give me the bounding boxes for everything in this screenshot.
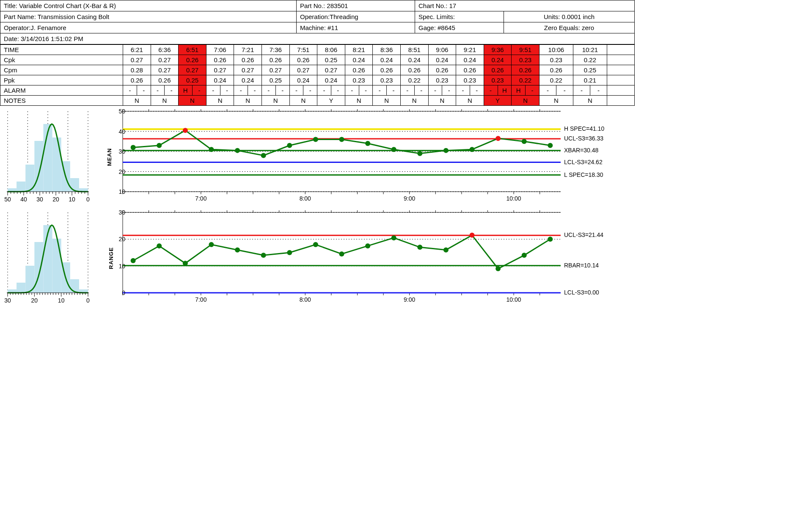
svg-point-189 — [131, 258, 136, 263]
table-cell: 0.21 — [573, 75, 607, 85]
chart-line-label: LCL-S3=24.62 — [564, 159, 603, 165]
svg-point-200 — [417, 245, 422, 250]
table-cell: 0.24 — [400, 55, 428, 65]
histogram-mean: 01020304050 — [3, 109, 94, 204]
x-tick: 8:00 — [300, 195, 311, 202]
svg-point-91 — [287, 143, 292, 148]
table-cell: 0.22 — [539, 75, 573, 85]
svg-point-198 — [365, 243, 370, 248]
table-cell: -- — [400, 85, 428, 96]
y-tick: 50 — [118, 108, 125, 115]
x-tick: 10:00 — [506, 195, 521, 202]
table-cell: 0.27 — [179, 65, 206, 75]
table-cell: -- — [206, 85, 234, 96]
table-cell: 0.26 — [179, 55, 206, 65]
chart-line-label: UCL-S3=36.33 — [564, 135, 603, 142]
table-cell: 0.27 — [234, 65, 262, 75]
svg-point-89 — [235, 148, 240, 153]
table-cell: 0.26 — [539, 65, 573, 75]
histo-tick: 30 — [4, 297, 11, 304]
svg-point-191 — [183, 261, 188, 266]
table-cell: 0.25 — [573, 65, 607, 75]
table-cell: 0.26 — [456, 65, 484, 75]
table-cell: 0.28 — [123, 65, 151, 75]
svg-point-195 — [287, 250, 292, 255]
row-label: Cpm — [0, 65, 123, 75]
svg-point-193 — [235, 248, 240, 253]
svg-point-192 — [209, 242, 214, 247]
table-cell: -- — [234, 85, 262, 96]
table-cell: 0.26 — [234, 55, 262, 65]
table-cell: 7:21 — [234, 45, 262, 55]
table-cell: -- — [289, 85, 317, 96]
table-cell: 0.26 — [123, 75, 151, 85]
svg-rect-108 — [70, 279, 79, 293]
table-cell: -- — [573, 85, 607, 96]
table-cell: 0.27 — [206, 65, 234, 75]
table-cell: 0.24 — [456, 55, 484, 65]
row-label: ALARM — [0, 85, 123, 96]
table-cell: N — [234, 96, 262, 106]
table-cell: 0.24 — [206, 75, 234, 85]
table-cell: 0.22 — [400, 75, 428, 85]
table-cell: 0.22 — [512, 75, 539, 85]
x-tick: 10:00 — [506, 296, 521, 303]
y-tick: 10 — [118, 263, 125, 270]
histo-tick: 10 — [69, 196, 75, 203]
histo-tick: 20 — [31, 297, 38, 304]
table-cell: 10:21 — [573, 45, 607, 55]
table-cell: 0.24 — [234, 75, 262, 85]
table-cell: 0.27 — [151, 55, 179, 65]
svg-rect-114 — [17, 283, 25, 293]
svg-point-98 — [470, 147, 475, 152]
table-cell: N — [289, 96, 317, 106]
hdr-machine: Machine: #11 — [297, 22, 415, 33]
svg-point-197 — [339, 251, 344, 256]
x-tick: 7:00 — [195, 296, 206, 303]
x-tick: 8:00 — [300, 296, 311, 303]
table-cell: 7:36 — [261, 45, 289, 55]
svg-point-190 — [157, 243, 162, 248]
data-table: TIME6:216:366:517:067:217:367:518:068:21… — [0, 44, 635, 106]
table-cell: N — [428, 96, 456, 106]
table-cell: -- — [345, 85, 373, 96]
table-cell: 0.24 — [484, 55, 512, 65]
svg-point-86 — [157, 143, 162, 148]
table-cell: 0.24 — [373, 55, 401, 65]
chart-line-label: UCL-S3=21.44 — [564, 231, 603, 238]
table-cell: 0.27 — [289, 65, 317, 75]
histo-tick: 40 — [20, 196, 27, 203]
table-cell: 8:21 — [345, 45, 373, 55]
table-cell: 0.22 — [573, 55, 607, 65]
table-cell: 0.26 — [151, 75, 179, 85]
table-cell: 8:36 — [373, 45, 401, 55]
svg-point-100 — [522, 139, 527, 144]
table-cell: 0.23 — [428, 75, 456, 85]
table-cell: 0.24 — [345, 55, 373, 65]
svg-point-202 — [470, 233, 475, 238]
y-tick: 10 — [118, 188, 125, 195]
table-cell: 0.24 — [289, 75, 317, 85]
svg-point-196 — [313, 242, 318, 247]
table-cell: N — [345, 96, 373, 106]
table-cell: 7:06 — [206, 45, 234, 55]
y-tick: 30 — [118, 148, 125, 155]
mean-chart: H SPEC=41.10UCL-S3=36.33XBAR=30.48LCL-S3… — [99, 109, 570, 204]
table-cell: 9:36 — [484, 45, 512, 55]
svg-rect-6 — [70, 178, 79, 192]
chart-line-label: L SPEC=18.30 — [564, 171, 603, 178]
table-cell: 10:06 — [539, 45, 573, 55]
y-tick: 0 — [122, 289, 125, 296]
table-cell: N — [206, 96, 234, 106]
table-cell: 9:51 — [512, 45, 539, 55]
chart-line-label: H SPEC=41.10 — [564, 125, 604, 132]
svg-rect-12 — [17, 182, 25, 192]
table-cell: 8:06 — [317, 45, 345, 55]
svg-point-99 — [495, 136, 501, 141]
x-tick: 9:00 — [404, 296, 415, 303]
table-cell: 0.26 — [428, 65, 456, 75]
table-cell: 0.23 — [484, 75, 512, 85]
table-cell: N — [261, 96, 289, 106]
chart-line-label: LCL-S3=0.00 — [564, 289, 599, 296]
hdr-date: Date: 3/14/2016 1:51:02 PM — [0, 33, 634, 44]
